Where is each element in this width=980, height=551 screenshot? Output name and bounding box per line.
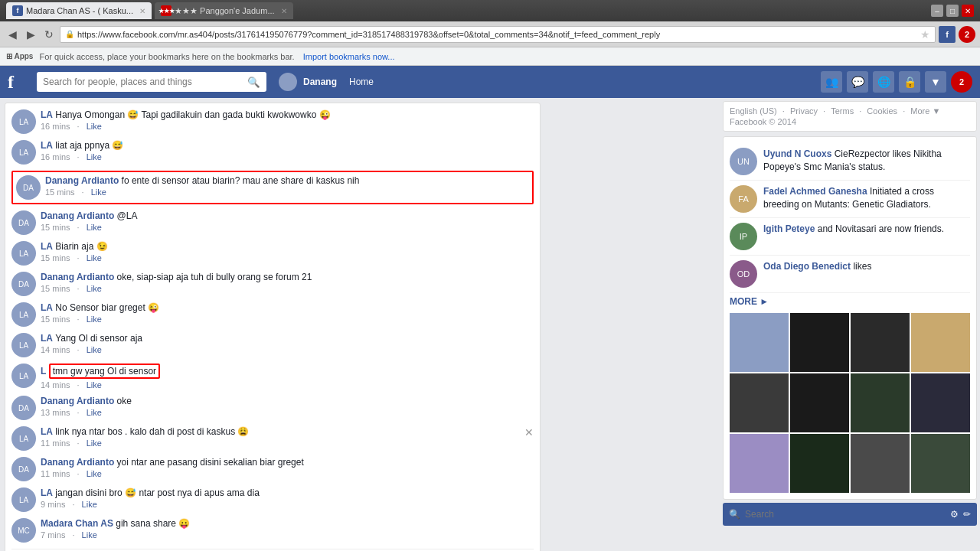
comment-author[interactable]: LA	[41, 333, 53, 344]
comment-body: LA Biarin aja 😉 15 mins · Like	[41, 241, 534, 262]
comment-like-button[interactable]: Like	[87, 122, 102, 131]
address-text: https://www.facebook.com/mr.as404/posts/…	[77, 30, 917, 39]
footer-link-more[interactable]: More ▼	[910, 106, 940, 116]
tab-1-close[interactable]: ✕	[139, 7, 145, 15]
lock-icon[interactable]: 🔒	[899, 71, 920, 93]
globe-icon[interactable]: 🌐	[873, 71, 894, 93]
tab-2-close[interactable]: ✕	[281, 7, 287, 15]
maximize-button[interactable]: □	[946, 5, 959, 17]
thumb-item[interactable]	[911, 313, 970, 372]
ticker-name[interactable]: Uyund N Cuoxs	[763, 148, 831, 159]
comment-time: 16 mins	[41, 122, 70, 131]
comment-time: 16 mins	[41, 152, 70, 161]
comment-author[interactable]: LA	[41, 302, 53, 313]
user-name[interactable]: Danang	[303, 77, 337, 87]
comment-author[interactable]: LA	[41, 241, 53, 252]
extensions-icon[interactable]: f	[939, 26, 956, 43]
settings-icon[interactable]: ⚙	[950, 509, 959, 520]
comment-author[interactable]: Danang Ardianto	[41, 210, 114, 221]
search-input[interactable]	[43, 77, 244, 87]
thumb-item[interactable]	[911, 373, 970, 432]
comment-author[interactable]: Danang Ardianto	[45, 175, 119, 186]
footer-sep: ·	[782, 106, 785, 116]
thumb-item[interactable]	[730, 373, 789, 432]
address-bar[interactable]: 🔒 https://www.facebook.com/mr.as404/post…	[60, 26, 936, 43]
comment-like-button[interactable]: Like	[82, 500, 97, 509]
comment-author[interactable]: LA	[41, 426, 53, 437]
thumb-item[interactable]	[790, 434, 849, 493]
footer-link-english[interactable]: English (US)	[730, 106, 777, 116]
tab-2[interactable]: ★★★ ★★★ Panggon'e Jadum... ✕	[155, 2, 293, 19]
comment-body: L tmn gw yang Ol di sensor 14 mins · Lik…	[41, 364, 534, 390]
forward-button[interactable]: ▶	[23, 27, 38, 42]
comment-author[interactable]: Madara Chan AS	[41, 518, 113, 529]
back-button[interactable]: ◀	[5, 27, 20, 42]
ticker-name[interactable]: Oda Diego Benedict	[763, 261, 851, 272]
avatar: DA	[11, 272, 36, 296]
tab-1[interactable]: f Madara Chan AS - ( Kasku... ✕	[6, 2, 152, 19]
notification-icon[interactable]: 2	[951, 71, 972, 93]
user-avatar[interactable]	[279, 73, 297, 91]
thumb-item[interactable]	[851, 434, 910, 493]
friends-icon[interactable]: 👥	[821, 71, 842, 93]
profile-icon[interactable]: 2	[959, 26, 975, 43]
comment-author[interactable]: LA	[41, 487, 53, 498]
ticker-text: Igith Peteye and Novitasari are now frie…	[763, 223, 970, 236]
thumb-item[interactable]	[790, 313, 849, 372]
comment-like-button[interactable]: Like	[87, 380, 102, 390]
comment-like-button[interactable]: Like	[87, 284, 102, 293]
search-bottom-input[interactable]	[745, 509, 946, 520]
comment-time: 15 mins	[41, 253, 70, 262]
comment-like-button[interactable]: Like	[87, 152, 102, 161]
thumb-item[interactable]	[851, 313, 910, 372]
comment-like-button[interactable]: Like	[87, 439, 102, 448]
footer-link-privacy[interactable]: Privacy	[790, 106, 818, 116]
comment-author[interactable]: Danang Ardianto	[41, 457, 114, 468]
bookmark-star-icon[interactable]: ★	[920, 28, 930, 41]
comment-like-button[interactable]: Like	[91, 187, 106, 197]
comment-like-button[interactable]: Like	[87, 315, 102, 324]
compose-icon[interactable]: ✏	[963, 509, 971, 520]
thumb-item[interactable]	[851, 373, 910, 432]
comment-body: Danang Ardianto fo ente di sensor atau b…	[45, 175, 529, 197]
comment-author[interactable]: LA	[41, 109, 53, 120]
comment-like-button[interactable]: Like	[87, 253, 102, 262]
facebook-search[interactable]: 🔍	[37, 72, 266, 92]
facebook-logo[interactable]: f	[8, 72, 31, 93]
comment-author[interactable]: Danang Ardianto	[41, 396, 114, 406]
ticker-widget: UN Uyund N Cuoxs CieRezpector likes Niki…	[723, 136, 977, 500]
footer-link-cookies[interactable]: Cookies	[867, 106, 897, 116]
messages-icon[interactable]: 💬	[847, 71, 868, 93]
comment-author[interactable]: Danang Ardianto	[41, 272, 114, 282]
thumb-item[interactable]	[730, 313, 789, 372]
minimize-button[interactable]: –	[931, 5, 943, 17]
comment-time: 7 mins	[41, 530, 65, 540]
comment-like-button[interactable]: Like	[82, 530, 97, 540]
comment-like-button[interactable]: Like	[87, 408, 102, 417]
ticker-name[interactable]: Fadel Achmed Ganesha	[763, 186, 867, 197]
comment-row: DA Danang Ardianto yoi ntar ane pasang d…	[11, 457, 534, 481]
comment-meta: 7 mins · Like	[41, 530, 534, 540]
highlighted-text: tmn gw yang Ol di sensor	[49, 364, 160, 379]
close-comment-button[interactable]: ✕	[524, 426, 534, 439]
thumb-item[interactable]	[790, 373, 849, 432]
import-bookmarks-link[interactable]: Import bookmarks now...	[303, 52, 395, 61]
thumb-item[interactable]	[911, 434, 970, 493]
more-link[interactable]: MORE ►	[730, 293, 970, 310]
comment-time: 15 mins	[41, 315, 70, 324]
comment-time: 11 mins	[41, 469, 70, 478]
comment-like-button[interactable]: Like	[87, 345, 102, 354]
ticker-name[interactable]: Igith Peteye	[763, 223, 815, 234]
refresh-button[interactable]: ↻	[41, 27, 57, 42]
close-button[interactable]: ✕	[962, 5, 974, 17]
search-button[interactable]: 🔍	[247, 77, 260, 88]
comment-text: @LA	[117, 210, 138, 221]
thumb-item[interactable]	[730, 434, 789, 493]
nav-dropdown-icon[interactable]: ▼	[925, 71, 946, 93]
comment-author[interactable]: LA	[41, 140, 53, 151]
comment-like-button[interactable]: Like	[87, 469, 102, 478]
comment-author[interactable]: L	[41, 366, 46, 377]
home-nav-button[interactable]: Home	[343, 73, 380, 90]
comment-like-button[interactable]: Like	[87, 223, 102, 232]
footer-link-terms[interactable]: Terms	[831, 106, 854, 116]
